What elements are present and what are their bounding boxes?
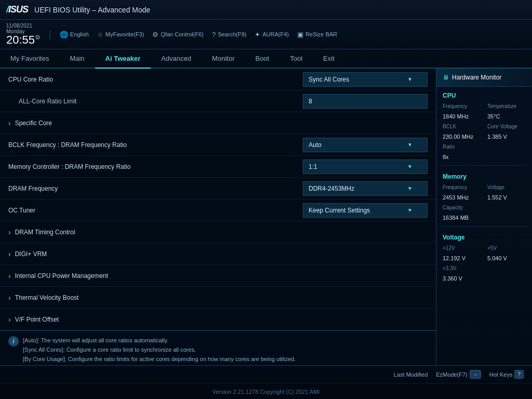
nav-favorites[interactable]: My Favorites [0, 49, 59, 69]
nav-main[interactable]: Main [59, 49, 95, 69]
star-icon: ☆ [97, 31, 103, 38]
hw-divider-1 [441, 165, 528, 166]
hw-frequency-value: 1840 MHz [441, 112, 483, 121]
info-panel: i [Auto]: The system will adjust all cor… [0, 330, 436, 365]
last-modified-button[interactable]: Last Modified [394, 371, 428, 378]
vf-point-label: V/F Point Offset [15, 316, 59, 323]
vf-point-row[interactable]: › V/F Point Offset [0, 309, 436, 330]
cpu-power-label: Internal CPU Power Management [15, 272, 108, 280]
hw-33v-label: +3.3V [441, 264, 483, 272]
main-panel: CPU Core Ratio Sync All Cores ▼ ALL-Core… [0, 69, 436, 365]
asus-logo: /ISUS [6, 4, 28, 15]
oc-tuner-label: OC Tuner [8, 207, 303, 214]
dram-timing-row[interactable]: › DRAM Timing Control [0, 221, 436, 243]
aura-button[interactable]: ✦ AURA(F4) [255, 31, 289, 38]
aura-icon: ✦ [255, 31, 260, 38]
top-bar: 11/08/2021Monday 20:55⚙ | 🌐 English ☆ My… [0, 20, 532, 49]
ezmode-button[interactable]: EzMode(F7) → [436, 370, 481, 379]
globe-icon: 🌐 [60, 31, 68, 38]
cpu-power-row[interactable]: › Internal CPU Power Management [0, 265, 436, 287]
cpu-core-ratio-value: Sync All Cores ▼ [303, 72, 428, 87]
oc-tuner-dropdown[interactable]: Keep Current Settings ▼ [303, 203, 428, 218]
nav-tool[interactable]: Tool [280, 49, 313, 69]
allcore-ratio-label: ALL-Core Ratio Limit [8, 98, 303, 105]
allcore-ratio-value: 8 [303, 94, 428, 109]
hw-mem-freq-label: Frequency [441, 183, 483, 191]
datetime: 11/08/2021Monday 20:55⚙ [6, 23, 41, 46]
chevron-down-icon: ▼ [407, 207, 413, 213]
version-text: Version 2.21.1278 Copyright (C) 2021 AMI [212, 389, 320, 395]
nav-advanced[interactable]: Advanced [151, 49, 202, 69]
search-icon: ? [212, 31, 216, 38]
hw-frequency-label: Frequency [441, 102, 483, 110]
specific-core-row[interactable]: › Specific Core [0, 112, 436, 134]
mem-controller-dropdown[interactable]: 1:1 ▼ [303, 159, 428, 174]
hw-voltage-title: Voltage [436, 229, 532, 244]
myfavorite-button[interactable]: ☆ MyFavorite(F3) [97, 31, 144, 38]
resizebar-button[interactable]: ▣ ReSize BAR [297, 31, 337, 38]
chevron-down-icon: ▼ [407, 185, 413, 191]
chevron-right-icon: › [8, 315, 11, 324]
info-text: [Auto]: The system will adjust all core … [23, 336, 296, 364]
chevron-right-icon: › [8, 294, 11, 302]
qfan-button[interactable]: ⚙ Qfan Control(F6) [152, 31, 204, 38]
hotkeys-button[interactable]: Hot Keys ? [489, 370, 524, 379]
search-button[interactable]: ? Search(F9) [212, 31, 246, 38]
bclk-freq-value: Auto ▼ [303, 138, 428, 152]
header: /ISUS UEFI BIOS Utility – Advanced Mode [0, 0, 532, 20]
allcore-ratio-row: ALL-Core Ratio Limit 8 [0, 90, 436, 112]
main-container: /ISUS UEFI BIOS Utility – Advanced Mode … [0, 0, 532, 399]
chevron-right-icon: › [8, 250, 11, 258]
hw-bclk-label: BCLK [441, 123, 483, 130]
arrow-right-icon: → [470, 370, 481, 379]
digi-vrm-label: DIGI+ VRM [15, 250, 47, 258]
hw-ratio-label: Ratio [441, 143, 483, 151]
hw-corevolt-label: Core Voltage [485, 123, 528, 130]
resize-icon: ▣ [297, 31, 303, 38]
hw-ratio-value: 8x [441, 153, 483, 161]
settings-icon[interactable]: ⚙ [35, 34, 41, 41]
hw-cpu-title: CPU [436, 87, 532, 102]
hw-monitor-title: 🖥 Hardware Monitor [436, 69, 532, 87]
hw-mem-volt-label: Voltage [485, 183, 528, 191]
dram-timing-label: DRAM Timing Control [15, 229, 75, 236]
chevron-right-icon: › [8, 119, 11, 127]
hw-temperature-label: Temperature [485, 102, 528, 110]
bclk-freq-row: BCLK Frequency : DRAM Frequency Ratio Au… [0, 134, 436, 156]
hw-voltage-grid: +12V +5V 12.192 V 5.040 V +3.3V 3.360 V [436, 244, 532, 283]
nav-ai-tweaker[interactable]: Ai Tweaker [95, 49, 151, 69]
hw-memory-title: Memory [436, 168, 532, 183]
hw-mem-freq-value: 2453 MHz [441, 193, 483, 202]
chevron-right-icon: › [8, 228, 11, 236]
digi-vrm-row[interactable]: › DIGI+ VRM [0, 243, 436, 265]
specific-core-label: Specific Core [15, 119, 52, 127]
cpu-core-ratio-dropdown[interactable]: Sync All Cores ▼ [303, 72, 428, 87]
hw-capacity-value: 16384 MB [441, 214, 483, 222]
hw-33v-value: 3.360 V [441, 274, 483, 283]
nav-boot[interactable]: Boot [245, 49, 280, 69]
hw-cpu-grid: Frequency Temperature 1840 MHz 35°C BCLK… [436, 102, 532, 161]
oc-tuner-value: Keep Current Settings ▼ [303, 203, 428, 218]
mem-controller-row: Memory Controller : DRAM Frequency Ratio… [0, 156, 436, 178]
allcore-ratio-input[interactable]: 8 [303, 94, 428, 109]
hw-5v-label: +5V [485, 244, 528, 252]
language-button[interactable]: 🌐 English [60, 31, 89, 38]
version-bar: Version 2.21.1278 Copyright (C) 2021 AMI [0, 383, 532, 399]
date-text: 11/08/2021Monday [6, 23, 41, 34]
hw-monitor: 🖥 Hardware Monitor CPU Frequency Tempera… [436, 69, 532, 365]
fan-icon: ⚙ [152, 31, 158, 38]
nav-bar: My Favorites Main Ai Tweaker Advanced Mo… [0, 49, 532, 69]
dram-freq-label: DRAM Frequency [8, 185, 303, 192]
bclk-freq-dropdown[interactable]: Auto ▼ [303, 138, 428, 152]
thermal-velocity-label: Thermal Velocity Boost [15, 294, 79, 301]
chevron-right-icon: › [8, 272, 11, 280]
question-icon: ? [514, 370, 524, 379]
nav-exit[interactable]: Exit [313, 49, 345, 69]
thermal-velocity-row[interactable]: › Thermal Velocity Boost [0, 287, 436, 309]
monitor-icon: 🖥 [443, 74, 449, 81]
nav-monitor[interactable]: Monitor [202, 49, 245, 69]
content-area: CPU Core Ratio Sync All Cores ▼ ALL-Core… [0, 69, 532, 365]
hw-5v-value: 5.040 V [485, 254, 528, 262]
mem-controller-value: 1:1 ▼ [303, 159, 428, 174]
dram-freq-dropdown[interactable]: DDR4-2453MHz ▼ [303, 181, 428, 196]
